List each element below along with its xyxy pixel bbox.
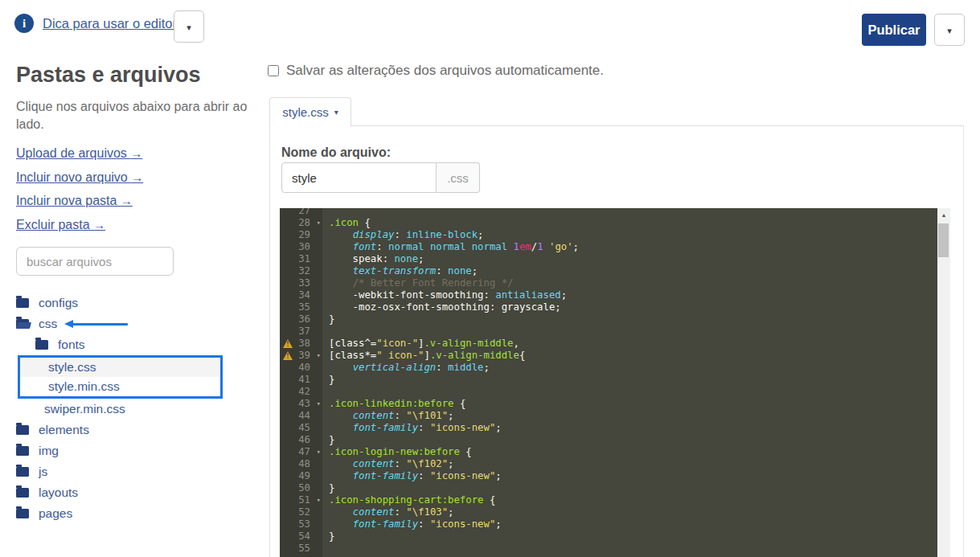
sidebar-link-upload-de-arquivos[interactable]: Upload de arquivos → (16, 146, 143, 170)
fold-arrow-icon[interactable]: ▾ (317, 350, 321, 362)
scroll-up-arrow[interactable]: ▲ (937, 208, 950, 220)
tree-item-label: style.css (48, 360, 96, 375)
code-line-47: .icon-login-new:before { (329, 446, 937, 458)
gutter-line-40[interactable]: 40 (280, 362, 322, 374)
tree-file-style-min-css[interactable]: style.min.css (20, 377, 220, 396)
folder-open-icon (16, 319, 29, 329)
gutter-line-47[interactable]: 47▾ (280, 446, 322, 458)
code-editor-content: 2728▾293031323334353637!38!39▾40414243▾4… (280, 208, 937, 555)
files-sidebar: Pastas e arquivos Clique nos arquivos ab… (16, 48, 265, 557)
search-input[interactable] (16, 247, 174, 276)
editor-tip-link[interactable]: Dica para usar o editor (43, 16, 177, 31)
code-line-30: font: normal normal normal 1em/1 'go'; (329, 241, 937, 253)
gutter-line-51[interactable]: 51▾ (280, 494, 322, 506)
line-number: 31 (298, 253, 310, 264)
gutter-line-48[interactable]: 48 (280, 458, 322, 470)
gutter-line-46[interactable]: 46 (280, 434, 322, 446)
tree-folder-layouts[interactable]: layouts (16, 482, 249, 503)
gutter-line-44[interactable]: 44 (280, 410, 322, 422)
tree-file-swiper-min-css[interactable]: swiper.min.css (16, 399, 249, 420)
sidebar-link-incluir-novo-arquivo[interactable]: Incluir novo arquivo → (16, 170, 143, 195)
code-line-51: .icon-shopping-cart:before { (329, 494, 937, 506)
gutter-line-41[interactable]: 41 (280, 374, 322, 386)
tree-item-label: style.min.css (48, 379, 120, 394)
tree-folder-css[interactable]: css (16, 313, 249, 334)
file-tree: configscssfontsstyle.cssstyle.min.cssswi… (16, 293, 249, 524)
gutter-line-45[interactable]: 45 (280, 422, 322, 434)
code-line-46: } (329, 434, 937, 446)
tree-file-style-css[interactable]: style.css (20, 358, 220, 377)
scrollbar-thumb[interactable] (938, 223, 949, 257)
editor-scrollbar[interactable]: ▲ (937, 208, 950, 557)
gutter-line-34[interactable]: 34 (280, 289, 322, 301)
filename-input[interactable] (281, 162, 437, 193)
line-number: 49 (298, 470, 310, 481)
gutter-line-50[interactable]: 50 (280, 482, 322, 494)
line-number: 28 (298, 217, 310, 228)
line-number: 55 (298, 543, 310, 554)
tree-item-label: configs (39, 296, 78, 310)
tree-folder-img[interactable]: img (16, 440, 249, 461)
code-line-28: .icon { (329, 217, 937, 229)
line-number: 29 (298, 229, 310, 240)
line-number: 48 (298, 458, 310, 469)
gutter-line-37[interactable]: 37 (280, 326, 322, 338)
sidebar-link-excluir-pasta[interactable]: Excluir pasta → (16, 218, 143, 242)
tree-folder-pages[interactable]: pages (16, 503, 249, 524)
link-label: Incluir nova pasta (16, 194, 121, 207)
gutter-line-35[interactable]: 35 (280, 301, 322, 313)
autosave-checkbox[interactable] (268, 65, 279, 76)
line-number: 33 (298, 277, 310, 289)
code-line-40: vertical-align: middle; (329, 362, 937, 374)
tree-item-label: fonts (58, 338, 85, 352)
gutter-line-31[interactable]: 31 (280, 253, 322, 265)
line-number: 39 (298, 350, 310, 361)
line-number: 30 (298, 241, 310, 252)
publish-button[interactable]: Publicar (862, 14, 926, 46)
gutter-line-43[interactable]: 43▾ (280, 398, 322, 410)
sidebar-actions: Upload de arquivos →Incluir novo arquivo… (16, 146, 143, 241)
gutter-line-30[interactable]: 30 (280, 241, 322, 253)
gutter-line-32[interactable]: 32 (280, 265, 322, 277)
code-line-39: [class*=" icon-"].v-align-middle{ (329, 350, 937, 362)
gutter-line-49[interactable]: 49 (280, 470, 322, 482)
gutter-line-29[interactable]: 29 (280, 229, 322, 241)
gutter-line-36[interactable]: 36 (280, 313, 322, 326)
fold-arrow-icon[interactable]: ▾ (317, 217, 321, 229)
gutter-line-55[interactable]: 55 (280, 543, 322, 555)
filename-field-group: .css (281, 162, 480, 193)
arrow-right-icon: → (93, 218, 105, 231)
sidebar-link-incluir-nova-pasta[interactable]: Incluir nova pasta → (16, 194, 143, 218)
tree-item-label: elements (39, 423, 89, 437)
gutter-line-42[interactable]: 42 (280, 386, 322, 398)
code-line-35: -moz-osx-font-smoothing: grayscale; (329, 301, 937, 313)
gutter-line-53[interactable]: 53 (280, 518, 322, 530)
arrow-right-icon: → (130, 146, 142, 160)
gutter-line-54[interactable]: 54 (280, 530, 322, 543)
gutter-line-39[interactable]: !39▾ (280, 350, 322, 362)
tip-dropdown-button[interactable]: ▾ (174, 10, 204, 43)
tree-folder-fonts[interactable]: fonts (16, 334, 249, 355)
annotation-arrow-left-icon (72, 323, 128, 326)
arrow-right-icon: → (131, 170, 143, 184)
tree-folder-configs[interactable]: configs (16, 293, 249, 313)
fold-arrow-icon[interactable]: ▾ (317, 446, 321, 458)
gutter-line-28[interactable]: 28▾ (280, 217, 322, 229)
tree-folder-elements[interactable]: elements (16, 420, 249, 440)
tab-style-css[interactable]: style.css ▾ (269, 97, 351, 126)
code-line-37 (329, 326, 937, 338)
tree-folder-js[interactable]: js (16, 461, 249, 482)
fold-arrow-icon[interactable]: ▾ (317, 494, 321, 506)
publish-dropdown-button[interactable]: ▾ (934, 14, 965, 46)
fold-arrow-icon[interactable]: ▾ (317, 398, 321, 410)
line-number: 43 (298, 398, 310, 409)
gutter-line-33[interactable]: 33 (280, 277, 322, 289)
link-label: Upload de arquivos (16, 146, 130, 160)
folder-icon (16, 509, 29, 518)
gutter-line-27[interactable]: 27 (280, 208, 322, 217)
gutter-line-38[interactable]: !38 (280, 338, 322, 350)
gutter-line-52[interactable]: 52 (280, 506, 322, 518)
line-number: 37 (298, 326, 310, 337)
code-editor[interactable]: 2728▾293031323334353637!38!39▾40414243▾4… (280, 208, 937, 557)
editor-code: .icon { display: inline-block; font: nor… (322, 208, 937, 555)
